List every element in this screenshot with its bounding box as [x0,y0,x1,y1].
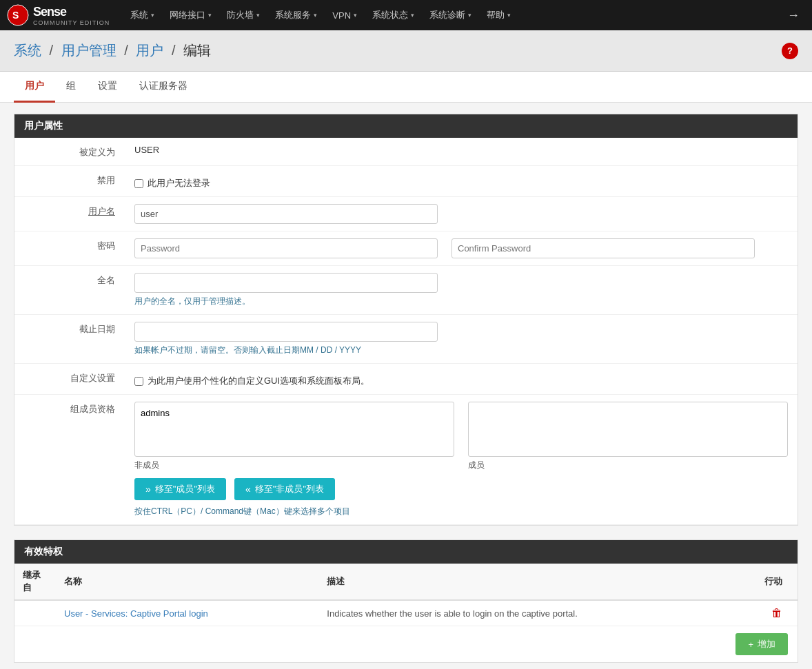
expiry-input[interactable] [134,322,438,342]
chevron-down-icon: ▾ [354,12,357,19]
disabled-checkbox-label[interactable]: 此用户无法登录 [134,173,788,189]
password-label: 密码 [14,231,125,266]
fullname-row: 全名 用户的全名，仅用于管理描述。 [14,266,798,315]
fullname-value: 用户的全名，仅用于管理描述。 [125,266,798,315]
password-value [125,231,798,266]
custom-settings-label: 自定义设置 [14,364,125,395]
chevron-down-icon: ▾ [411,12,414,19]
expiry-label: 截止日期 [14,315,125,364]
breadcrumb-sep-2: / [124,43,132,58]
add-privilege-button[interactable]: + 增加 [735,633,788,655]
logout-button[interactable]: → [782,6,805,25]
disabled-label: 禁用 [14,166,125,197]
non-member-box-wrap: admins 非成员 [134,402,454,471]
tab-auth-servers[interactable]: 认证服务器 [128,72,199,103]
username-value [125,197,798,231]
inherited-cell [14,600,56,626]
breadcrumb-sep-3: / [172,43,179,58]
tab-groups[interactable]: 组 [55,72,87,103]
custom-settings-checkbox-label[interactable]: 为此用户使用个性化的自定义GUI选项和系统面板布局。 [134,371,788,387]
custom-settings-row: 自定义设置 为此用户使用个性化的自定义GUI选项和系统面板布局。 [14,364,798,395]
col-name: 名称 [56,564,318,600]
expiry-row: 截止日期 如果帐户不过期，请留空。否则输入截止日期MM / DD / YYYY [14,315,798,364]
col-action: 行动 [756,564,798,600]
chevron-down-icon: ▾ [314,12,317,19]
defined-as-label: 被定义为 [14,138,125,166]
ctrl-hint: 按住CTRL（PC）/ Command键（Mac）键来选择多个项目 [134,506,788,517]
right-arrows-icon: » [145,484,151,495]
user-attributes-section: 用户属性 被定义为 USER 禁用 此用户无法登录 用户名 [14,114,798,526]
username-label: 用户名 [14,197,125,231]
confirm-password-input[interactable] [451,238,755,258]
disabled-row: 禁用 此用户无法登录 [14,166,798,197]
nav-item-help[interactable]: 帮助 ▾ [480,5,518,25]
add-btn-row: + 增加 [14,626,798,662]
move-to-nonmember-button[interactable]: « 移至"非成员"列表 [234,478,335,500]
group-membership-row: 组成员资格 admins 非成员 成员 [14,395,798,525]
brand-sub: COMMUNITY EDITION [33,19,110,26]
chevron-down-icon: ▾ [507,12,511,19]
nav-item-diagnostics[interactable]: 系统诊断 ▾ [423,5,478,25]
defined-as-row: 被定义为 USER [14,138,798,166]
navbar: S Sense COMMUNITY EDITION 系统 ▾ 网络接口 ▾ 防火… [0,0,812,30]
table-row: User - Services: Captive Portal login In… [14,600,798,626]
member-box-wrap: 成员 [468,402,788,471]
fullname-input[interactable] [134,273,438,293]
privileges-table: 继承自 名称 描述 行动 User - Services: Captive Po… [14,564,798,626]
brand-logo-icon: S [7,4,29,26]
custom-settings-value: 为此用户使用个性化的自定义GUI选项和系统面板布局。 [125,364,798,395]
breadcrumb-system[interactable]: 系统 [14,43,41,58]
username-row: 用户名 [14,197,798,231]
privilege-action-cell: 🗑 [756,600,798,626]
chevron-down-icon: ▾ [151,12,154,19]
custom-settings-checkbox[interactable] [134,377,143,386]
chevron-down-icon: ▾ [208,12,212,19]
main-content: 用户属性 被定义为 USER 禁用 此用户无法登录 用户名 [0,103,812,669]
password-row: 密码 [14,231,798,266]
brand-name: Sense [33,5,66,19]
disabled-value: 此用户无法登录 [125,166,798,197]
tab-users[interactable]: 用户 [14,72,55,103]
fullname-label: 全名 [14,266,125,315]
delete-privilege-button[interactable]: 🗑 [771,607,782,619]
breadcrumb-edit: 编辑 [183,43,211,58]
non-member-option-admins[interactable]: admins [138,405,451,421]
member-label: 成员 [468,460,788,471]
breadcrumb-bar: 系统 / 用户管理 / 用户 / 编辑 ? [0,30,812,72]
plus-icon: + [748,639,753,650]
nav-item-system[interactable]: 系统 ▾ [123,5,161,25]
nav-item-services[interactable]: 系统服务 ▾ [268,5,324,25]
disabled-checkbox[interactable] [134,179,143,188]
brand: S Sense COMMUNITY EDITION [7,4,110,26]
privilege-name-cell: User - Services: Captive Portal login [56,600,318,626]
password-input[interactable] [134,238,438,258]
username-input[interactable] [134,204,438,224]
group-membership-value: admins 非成员 成员 » 移至"成员"列表 [125,395,798,525]
defined-as-value: USER [125,138,798,166]
privileges-header-row: 继承自 名称 描述 行动 [14,564,798,600]
move-to-member-button[interactable]: » 移至"成员"列表 [134,478,226,500]
tab-settings[interactable]: 设置 [87,72,128,103]
help-button[interactable]: ? [782,43,798,59]
left-arrows-icon: « [245,484,251,495]
col-inherited: 继承自 [14,564,56,600]
expiry-value: 如果帐户不过期，请留空。否则输入截止日期MM / DD / YYYY [125,315,798,364]
move-buttons: » 移至"成员"列表 « 移至"非成员"列表 [134,478,788,500]
privileges-header: 有效特权 [14,540,798,564]
nav-items: 系统 ▾ 网络接口 ▾ 防火墙 ▾ 系统服务 ▾ VPN ▾ 系统状态 ▾ 系统… [123,5,782,25]
breadcrumb-usermgmt[interactable]: 用户管理 [61,43,116,58]
non-member-label: 非成员 [134,460,454,471]
nav-item-vpn[interactable]: VPN ▾ [325,6,364,25]
group-membership-label: 组成员资格 [14,395,125,525]
member-select[interactable] [468,402,788,457]
fullname-hint: 用户的全名，仅用于管理描述。 [134,296,788,307]
svg-text:S: S [12,10,19,21]
breadcrumb-user[interactable]: 用户 [136,43,163,58]
nav-item-status[interactable]: 系统状态 ▾ [365,5,421,25]
nav-item-network[interactable]: 网络接口 ▾ [163,5,219,25]
chevron-down-icon: ▾ [256,12,260,19]
non-member-select[interactable]: admins [134,402,454,457]
nav-item-firewall[interactable]: 防火墙 ▾ [220,5,267,25]
col-desc: 描述 [318,564,756,600]
privileges-section: 有效特权 继承自 名称 描述 行动 User - Services: Capti… [14,539,798,663]
